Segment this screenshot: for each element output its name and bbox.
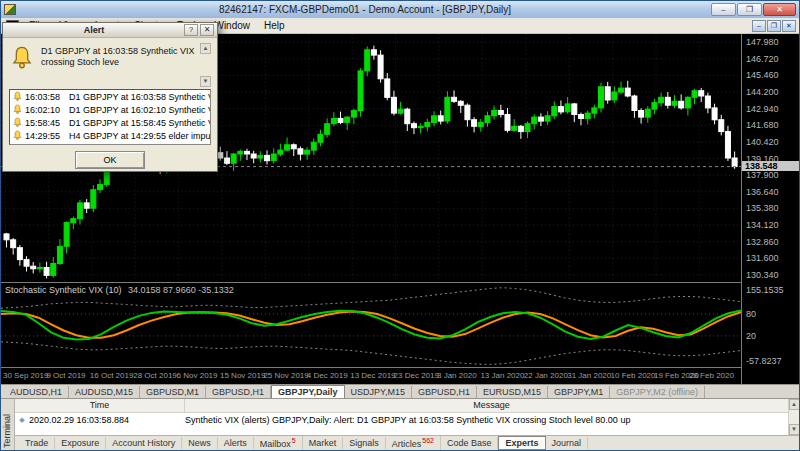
candle bbox=[351, 109, 356, 124]
alert-dialog-titlebar[interactable]: Alert ? ✕ bbox=[3, 23, 217, 38]
candle bbox=[71, 217, 76, 230]
candle bbox=[605, 82, 610, 104]
candle bbox=[578, 113, 583, 126]
column-message[interactable]: Message bbox=[185, 399, 799, 412]
alert-list-item[interactable]: 16:02:10D1 GBPJPY at 16:02:10 Synthetic … bbox=[10, 103, 210, 116]
price-label: 147.980 bbox=[746, 37, 779, 47]
scroll-up-icon[interactable]: ▲ bbox=[200, 43, 211, 54]
candle bbox=[371, 46, 376, 60]
price-axis[interactable]: 138.548 147.980146.720145.460144.200142.… bbox=[741, 34, 799, 384]
candle bbox=[719, 115, 724, 136]
alert-list[interactable]: 16:03:58D1 GBPJPY at 16:03:58 Synthetic … bbox=[9, 89, 211, 145]
scroll-down-icon[interactable]: ▼ bbox=[200, 76, 211, 87]
child-window-controls: – ❐ ✕ bbox=[751, 20, 796, 32]
candle bbox=[565, 97, 570, 114]
candle bbox=[17, 245, 22, 266]
chart-tab-audusd-m15[interactable]: AUDUSD,M15 bbox=[69, 386, 140, 398]
date-label: 13 Dec 2019 bbox=[350, 371, 395, 380]
candle bbox=[91, 185, 96, 212]
price-label: 141.680 bbox=[746, 120, 779, 130]
candle bbox=[492, 106, 497, 120]
chart-tab-gbpjpy-m2-offline-[interactable]: GBPJPY,M2 (offline) bbox=[610, 386, 705, 398]
minimize-button[interactable]: – bbox=[711, 3, 736, 16]
terminal-main: Time Message ◆ 2020.02.29 16:03:58.884 S… bbox=[15, 399, 799, 450]
scroll-down-icon[interactable]: ▼ bbox=[789, 424, 800, 435]
app-icon bbox=[4, 4, 16, 15]
price-label: 146.720 bbox=[746, 54, 779, 64]
terminal-scrollbar[interactable]: ▲ ▼ bbox=[788, 399, 799, 435]
terminal-tab-account-history[interactable]: Account History bbox=[106, 437, 182, 449]
chart-tab-usdjpy-m15[interactable]: USDJPY,M15 bbox=[345, 386, 412, 398]
child-close-button[interactable]: ✕ bbox=[782, 20, 796, 32]
child-minimize-button[interactable]: – bbox=[752, 20, 766, 32]
terminal-tab-journal[interactable]: Journal bbox=[546, 437, 589, 449]
terminal-tab-experts[interactable]: Experts bbox=[498, 436, 545, 450]
candle bbox=[411, 122, 416, 135]
candle bbox=[518, 125, 523, 139]
terminal-tab-trade[interactable]: Trade bbox=[19, 437, 55, 449]
terminal-tab-code-base[interactable]: Code Base bbox=[441, 437, 499, 449]
chart-tab-gbpusd-h1[interactable]: GBPUSD,H1 bbox=[412, 386, 477, 398]
indicator-name: Stochastic Synthetic VIX (10) bbox=[5, 285, 122, 295]
candle bbox=[338, 112, 343, 125]
chart-tab-audusd-h1[interactable]: AUDUSD,H1 bbox=[4, 386, 69, 398]
date-label: 9 Oct 2019 bbox=[46, 371, 85, 380]
alert-dialog-title: Alert bbox=[6, 25, 182, 35]
candle bbox=[231, 153, 236, 171]
candle bbox=[498, 105, 503, 118]
tab-badge: 5 bbox=[292, 437, 296, 444]
chart-tab-gbpusd-h1[interactable]: GBPUSD,H1 bbox=[206, 386, 271, 398]
terminal-tab-mailbox[interactable]: Mailbox5 bbox=[254, 436, 303, 450]
ok-button[interactable]: OK bbox=[75, 151, 145, 169]
alert-list-item[interactable]: 16:03:58D1 GBPJPY at 16:03:58 Synthetic … bbox=[10, 90, 210, 103]
candle bbox=[358, 68, 363, 116]
terminal-tab-market[interactable]: Market bbox=[303, 437, 344, 449]
alert-list-item[interactable]: 15:58:45D1 GBPJPY at 15:58:45 Synthetic … bbox=[10, 116, 210, 129]
candle bbox=[251, 151, 256, 164]
scroll-up-icon[interactable]: ▲ bbox=[789, 399, 800, 410]
dialog-close-button[interactable]: ✕ bbox=[200, 24, 214, 36]
candle bbox=[599, 83, 604, 113]
help-button[interactable]: ? bbox=[184, 24, 198, 36]
candle bbox=[652, 99, 657, 114]
alert-time: 15:58:45 bbox=[25, 118, 69, 128]
candle bbox=[345, 116, 350, 130]
bell-icon bbox=[12, 91, 23, 102]
candle bbox=[712, 104, 717, 125]
candle bbox=[378, 50, 383, 82]
terminal-side-strip[interactable]: Terminal bbox=[1, 399, 15, 450]
price-label: 130.340 bbox=[746, 270, 779, 280]
alert-list-item[interactable]: 14:29:55H4 GBPJPY at 14:29:55 elder impu… bbox=[10, 129, 210, 142]
candle bbox=[552, 101, 557, 119]
titlebar[interactable]: 82462147: FXCM-GBPDemo01 - Demo Account … bbox=[1, 1, 799, 18]
date-axis[interactable]: 30 Sep 20199 Oct 201916 Oct 201928 Oct 2… bbox=[1, 368, 741, 384]
indicator-chart[interactable] bbox=[1, 283, 741, 367]
chart-tab-eurusd-m15[interactable]: EURUSD,M15 bbox=[477, 386, 548, 398]
column-time[interactable]: Time bbox=[15, 399, 185, 412]
terminal-tabs-bar: TradeExposureAccount HistoryNewsAlertsMa… bbox=[15, 435, 799, 450]
bell-icon bbox=[9, 45, 35, 71]
price-label: 140.420 bbox=[746, 137, 779, 147]
candle bbox=[24, 256, 29, 271]
terminal-tab-news[interactable]: News bbox=[182, 437, 218, 449]
candle bbox=[725, 126, 730, 161]
chart-tab-gbpusd-m1[interactable]: GBPUSD,M1 bbox=[140, 386, 206, 398]
date-label: 6 Nov 2019 bbox=[177, 371, 218, 380]
terminal-tab-articles[interactable]: Articles562 bbox=[386, 436, 441, 450]
child-restore-button[interactable]: ❐ bbox=[767, 20, 781, 32]
chart-tabs-bar: AUDUSD,H1AUDUSD,M15GBPUSD,M1GBPUSD,H1GBP… bbox=[1, 384, 799, 398]
price-label: 132.860 bbox=[746, 237, 779, 247]
price-label: 131.600 bbox=[746, 253, 779, 263]
terminal-tab-alerts[interactable]: Alerts bbox=[218, 437, 254, 449]
candle bbox=[679, 94, 684, 109]
terminal-tab-exposure[interactable]: Exposure bbox=[55, 437, 106, 449]
candle bbox=[238, 150, 243, 161]
menu-item-help[interactable]: Help bbox=[257, 19, 292, 32]
maximize-button[interactable]: ❐ bbox=[737, 3, 762, 16]
chart-tab-gbpjpy-daily[interactable]: GBPJPY,Daily bbox=[271, 385, 345, 398]
terminal-row[interactable]: ◆ 2020.02.29 16:03:58.884 Synthetic VIX … bbox=[15, 413, 799, 426]
alert-message-scrollbar[interactable]: ▲ ▼ bbox=[200, 43, 211, 87]
chart-tab-gbpjpy-m1[interactable]: GBPJPY,M1 bbox=[548, 386, 610, 398]
close-button[interactable]: ✕ bbox=[763, 3, 796, 16]
terminal-tab-signals[interactable]: Signals bbox=[343, 437, 386, 449]
